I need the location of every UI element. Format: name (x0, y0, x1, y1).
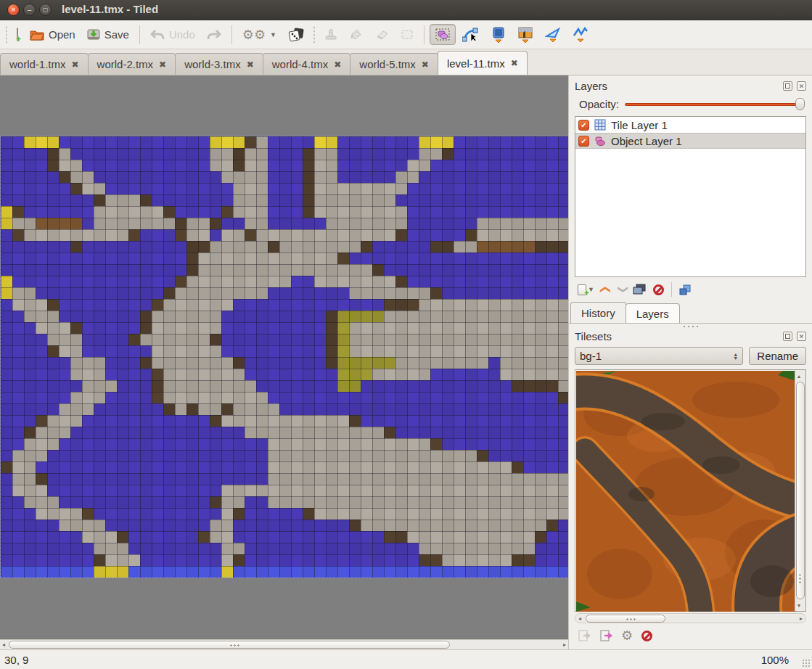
dock-tab-bar: History Layers (569, 302, 812, 324)
document-tab-bar: world-1.tmx ✖ world-2.tmx ✖ world-3.tmx … (0, 49, 812, 75)
window-close-button[interactable]: × (7, 4, 20, 16)
tab-world-5[interactable]: world-5.tmx ✖ (350, 53, 438, 75)
new-tileset-button[interactable] (578, 630, 591, 642)
tab-history[interactable]: History (570, 302, 626, 323)
opacity-slider[interactable] (625, 98, 805, 110)
map-row (1, 229, 568, 241)
dock-float-icon[interactable] (783, 332, 792, 341)
tileset-image[interactable] (576, 371, 796, 612)
window-maximize-button[interactable]: ▢ (39, 4, 52, 16)
layer-visibility-checkbox[interactable]: ✔ (578, 136, 589, 147)
map-canvas[interactable]: ◂ ▸ (0, 75, 568, 649)
window-minimize-button[interactable]: – (23, 4, 36, 16)
open-button[interactable]: Open (25, 25, 81, 44)
tileset-vertical-scrollbar[interactable]: ▴ ▾ (795, 370, 805, 611)
tab-world-3[interactable]: world-3.tmx ✖ (175, 53, 263, 75)
map-row (1, 264, 568, 276)
export-tileset-button[interactable] (599, 630, 612, 642)
canvas-hscroll-thumb[interactable] (9, 641, 450, 649)
layer-buttons: + ▼ ❮ ❮ (569, 277, 812, 302)
insert-polyline-button[interactable] (567, 23, 594, 46)
tab-close-icon[interactable]: ✖ (159, 59, 166, 70)
tab-world-1[interactable]: world-1.tmx ✖ (0, 53, 89, 75)
map-row (1, 380, 568, 392)
tile-map[interactable] (1, 136, 568, 578)
select-objects-icon (435, 28, 451, 41)
remove-tileset-button[interactable] (641, 631, 652, 641)
select-objects-button[interactable] (430, 24, 456, 45)
toolbar-drag-handle[interactable] (4, 25, 9, 44)
tab-level-11[interactable]: level-11.tmx ✖ (438, 51, 528, 75)
tileset-hscroll-thumb[interactable] (586, 615, 665, 623)
map-row (1, 160, 568, 171)
tab-world-4[interactable]: world-4.tmx ✖ (263, 53, 351, 75)
scroll-down-icon[interactable]: ▾ (797, 602, 800, 609)
duplicate-layer-button[interactable] (633, 284, 646, 295)
toolbar-drag-handle[interactable] (312, 25, 316, 44)
tile-layer-icon (594, 119, 606, 131)
scroll-up-icon[interactable]: ▴ (797, 373, 800, 379)
tilesets-dock-titlebar: Tilesets ✕ (569, 329, 812, 345)
stamp-brush-button[interactable] (319, 25, 343, 45)
commands-button[interactable]: ⚙⚙ ▼ (237, 23, 282, 46)
map-row (1, 450, 568, 461)
insert-polyline-icon (573, 27, 589, 43)
remove-layer-button[interactable] (653, 284, 664, 295)
dock-float-icon[interactable] (783, 81, 792, 91)
tab-close-icon[interactable]: ✖ (422, 59, 429, 70)
bucket-fill-button[interactable] (344, 25, 368, 45)
map-row (1, 136, 568, 148)
layer-row-object-layer[interactable]: ✔ Object Layer 1 (575, 133, 805, 149)
layer-row-tile-layer[interactable]: ✔ Tile Layer 1 (575, 117, 805, 133)
tab-world-2[interactable]: world-2.tmx ✖ (88, 53, 176, 75)
resize-grip[interactable] (802, 659, 811, 668)
tab-layers[interactable]: Layers (626, 303, 680, 323)
random-mode-button[interactable] (283, 24, 309, 46)
tab-close-icon[interactable]: ✖ (511, 58, 518, 68)
add-layer-button[interactable]: + ▼ (578, 284, 594, 295)
show-object-names-button[interactable] (679, 284, 692, 295)
dock-close-icon[interactable]: ✕ (797, 81, 806, 91)
scroll-left-icon[interactable]: ◂ (2, 641, 5, 648)
scroll-right-icon[interactable]: ▸ (563, 641, 566, 648)
map-row (1, 415, 568, 427)
tileset-horizontal-scrollbar[interactable]: ◂ ▸ (575, 613, 806, 623)
object-layer-icon (594, 135, 606, 147)
dock-splitter[interactable] (569, 324, 812, 329)
edit-polygons-button[interactable] (457, 24, 485, 46)
zoom-level: 100% (761, 654, 789, 666)
bucket-fill-icon (349, 28, 363, 41)
rectangular-select-button[interactable] (395, 25, 419, 44)
raise-layer-button[interactable]: ❮ (600, 285, 612, 294)
tileset-vscroll-thumb[interactable] (796, 382, 805, 599)
tab-close-icon[interactable]: ✖ (334, 59, 341, 70)
insert-rectangle-button[interactable] (486, 23, 511, 46)
save-icon (87, 28, 100, 41)
tab-close-icon[interactable]: ✖ (247, 59, 254, 70)
save-button[interactable]: Save (82, 25, 134, 45)
map-row (1, 485, 568, 496)
opacity-slider-handle[interactable] (795, 98, 805, 110)
scroll-left-icon[interactable]: ◂ (578, 615, 581, 622)
tab-close-icon[interactable]: ✖ (72, 59, 79, 70)
dock-close-icon[interactable]: ✕ (797, 332, 806, 341)
map-row (1, 148, 568, 160)
layer-visibility-checkbox[interactable]: ✔ (578, 120, 589, 131)
tileset-properties-button[interactable]: ⚙ (621, 629, 633, 642)
tileset-view[interactable]: ▴ ▾ (575, 369, 806, 612)
redo-button[interactable] (202, 25, 226, 44)
lower-layer-button[interactable]: ❮ (616, 285, 628, 294)
canvas-horizontal-scrollbar[interactable]: ◂ ▸ (0, 639, 568, 649)
map-row (1, 566, 568, 578)
undo-button[interactable]: Undo (145, 25, 200, 44)
map-row (1, 369, 568, 380)
new-map-button[interactable]: + (12, 25, 23, 44)
eraser-button[interactable] (369, 26, 394, 44)
rename-tileset-button[interactable]: Rename (749, 347, 806, 365)
map-row (1, 206, 568, 218)
scroll-right-icon[interactable]: ▸ (800, 615, 803, 622)
tileset-select[interactable]: bg-1 ▲▼ (575, 347, 743, 365)
insert-tile-button[interactable] (512, 23, 538, 46)
insert-polygon-button[interactable] (540, 23, 566, 46)
separator (671, 282, 672, 297)
